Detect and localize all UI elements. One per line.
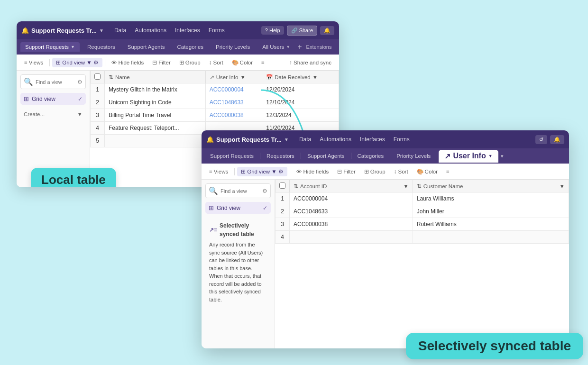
- synced-history-btn[interactable]: ↺: [535, 135, 547, 144]
- synced-search-icon: 🔍: [209, 186, 218, 195]
- row-number: 4: [91, 122, 105, 135]
- synced-tab-requestors[interactable]: Requestors: [262, 151, 299, 161]
- local-col-date[interactable]: 📅 Date Received ▼: [262, 71, 339, 83]
- local-nav-forms[interactable]: Forms: [205, 25, 229, 36]
- title-caret-icon: ▼: [99, 28, 104, 33]
- local-col-check[interactable]: [91, 71, 105, 83]
- synced-grid-view-item[interactable]: ⊞ Grid view ✓: [205, 202, 271, 214]
- synced-top-right: ↺ 🔔: [535, 135, 564, 144]
- row-account-id[interactable]: ACC0000004: [290, 192, 413, 205]
- local-row-height-btn[interactable]: ≡: [257, 58, 268, 67]
- local-grid-view-btn[interactable]: ⊞ Grid view ▼ ⚙: [52, 58, 102, 67]
- row-account-id[interactable]: ACC0000038: [290, 218, 413, 231]
- row-user-info[interactable]: ACC0000004: [205, 83, 262, 96]
- synced-col-check[interactable]: [276, 180, 290, 192]
- synced-filter-btn[interactable]: ⊟ Filter: [333, 167, 359, 176]
- local-col-name[interactable]: ⇅ Name: [105, 71, 206, 83]
- row-name[interactable]: Feature Request: Teleport...: [105, 122, 206, 135]
- row-number: 3: [276, 218, 290, 231]
- tab-more-icon[interactable]: ▼: [500, 154, 505, 159]
- local-col-user-info[interactable]: ↗ User Info ▼: [205, 71, 262, 83]
- local-filter-btn[interactable]: ⊟ Filter: [148, 58, 175, 67]
- row-name[interactable]: [105, 135, 206, 147]
- grid-view-icon: ⊞: [24, 95, 29, 102]
- local-notification-btn[interactable]: 🔔: [320, 26, 334, 35]
- row-user-info[interactable]: ACC1048633: [205, 96, 262, 109]
- add-tab-btn[interactable]: +: [297, 43, 302, 51]
- synced-search-input[interactable]: [220, 188, 258, 194]
- synced-table-label: Selectively synced table: [406, 333, 583, 359]
- gear-icon[interactable]: ⚙: [77, 79, 83, 85]
- extensions-btn[interactable]: Extensions: [303, 42, 336, 52]
- synced-nav-automations[interactable]: Automations: [316, 134, 355, 145]
- row-date: 12/20/2024: [262, 83, 339, 96]
- select-all-checkbox[interactable]: [94, 73, 101, 80]
- local-tab-priority-levels[interactable]: Priority Levels: [211, 42, 255, 52]
- row-account-id[interactable]: ACC1048633: [290, 205, 413, 218]
- search-icon: 🔍: [24, 77, 33, 86]
- local-sort-btn[interactable]: ↕ Sort: [205, 58, 227, 67]
- synced-tab-categories[interactable]: Categories: [353, 151, 389, 161]
- synced-tab-user-info[interactable]: ↗ User Info ▼: [439, 150, 498, 163]
- row-date: 12/10/2024: [262, 96, 339, 109]
- synced-views-btn[interactable]: ≡ Views: [205, 167, 232, 176]
- local-tab-support-requests[interactable]: Support Requests ▼: [20, 42, 80, 52]
- local-tab-requestors[interactable]: Requestors: [83, 42, 120, 52]
- local-color-btn[interactable]: 🎨 Color: [228, 58, 257, 67]
- sort-icon: ↕: [209, 60, 212, 65]
- account-expand-icon: ▼: [403, 183, 408, 189]
- synced-col-account-id[interactable]: ⇅ Account ID ▼: [290, 180, 413, 192]
- synced-tab-support-agents[interactable]: Support Agents: [303, 151, 349, 161]
- local-table-label: Local table: [31, 168, 116, 187]
- synced-nav-forms[interactable]: Forms: [390, 134, 413, 145]
- synced-views-icon: ≡: [209, 169, 212, 174]
- synced-sort-btn[interactable]: ↕ Sort: [390, 167, 412, 176]
- local-sidebar-search[interactable]: 🔍 ⚙: [20, 74, 86, 89]
- synced-sidebar-search[interactable]: 🔍 ⚙: [205, 183, 271, 198]
- local-share-sync-btn[interactable]: ↑ Share and sync: [285, 58, 335, 67]
- synced-grid-view-btn[interactable]: ⊞ Grid view ▼ ⚙: [237, 167, 287, 176]
- table-row: 4: [276, 231, 569, 244]
- local-create-btn[interactable]: Create... ▼: [20, 109, 86, 120]
- synced-row-height-btn[interactable]: ≡: [442, 167, 453, 176]
- local-tab-support-agents[interactable]: Support Agents: [123, 42, 170, 52]
- synced-nav-interfaces[interactable]: Interfaces: [356, 134, 389, 145]
- local-nav-data[interactable]: Data: [110, 25, 130, 36]
- synced-col-customer-name[interactable]: ⇅ Customer Name ▼: [413, 180, 569, 192]
- synced-notification-btn[interactable]: 🔔: [550, 135, 564, 144]
- local-help-btn[interactable]: ? Help: [261, 26, 284, 35]
- synced-group-icon: ⊞: [364, 168, 369, 175]
- synced-gear-icon[interactable]: ⚙: [262, 188, 267, 194]
- synced-tab-divider-4: [390, 153, 390, 159]
- row-user-info[interactable]: ACC0000038: [205, 109, 262, 122]
- synced-hide-fields-btn[interactable]: 👁 Hide fields: [293, 167, 333, 176]
- synced-select-all[interactable]: [279, 182, 285, 189]
- row-number: 5: [91, 135, 105, 147]
- local-nav-automations[interactable]: Automations: [131, 25, 170, 36]
- table-row: 3 Billing Portal Time Travel ACC0000038 …: [91, 109, 339, 122]
- local-share-btn[interactable]: 🔗 Share: [287, 26, 317, 36]
- row-name[interactable]: Unicorn Sighting in Code: [105, 96, 206, 109]
- local-tab-all-users[interactable]: All Users ▼: [257, 42, 295, 52]
- local-views-btn[interactable]: ≡ Views: [20, 58, 47, 67]
- local-tab-categories[interactable]: Categories: [172, 42, 208, 52]
- local-search-input[interactable]: [36, 79, 74, 85]
- synced-toolbar-sep-2: [290, 168, 290, 175]
- row-account-id[interactable]: [290, 231, 413, 244]
- synced-nav-data[interactable]: Data: [295, 134, 315, 145]
- local-group-btn[interactable]: ⊞ Group: [175, 58, 204, 67]
- synced-color-btn[interactable]: 🎨 Color: [413, 167, 441, 176]
- synced-tab-bar: Support Requests Requestors Support Agen…: [202, 148, 569, 164]
- synced-tab-priority-levels[interactable]: Priority Levels: [392, 151, 435, 161]
- local-grid-view-item[interactable]: ⊞ Grid view ✓: [20, 93, 86, 105]
- note-sync-icon: ↗≡: [209, 226, 217, 234]
- col-sort-icon: ⇅: [109, 74, 113, 81]
- synced-group-btn[interactable]: ⊞ Group: [360, 167, 389, 176]
- synced-tab-support-requests[interactable]: Support Requests: [205, 151, 258, 161]
- toolbar-sep-1: [49, 59, 50, 66]
- local-hide-fields-btn[interactable]: 👁 Hide fields: [108, 58, 148, 67]
- row-name[interactable]: Mystery Glitch in the Matrix: [105, 83, 206, 96]
- row-name[interactable]: Billing Portal Time Travel: [105, 109, 206, 122]
- local-nav-interfaces[interactable]: Interfaces: [171, 25, 204, 36]
- synced-grid-area: ⇅ Account ID ▼ ⇅ Customer Name ▼: [275, 180, 569, 348]
